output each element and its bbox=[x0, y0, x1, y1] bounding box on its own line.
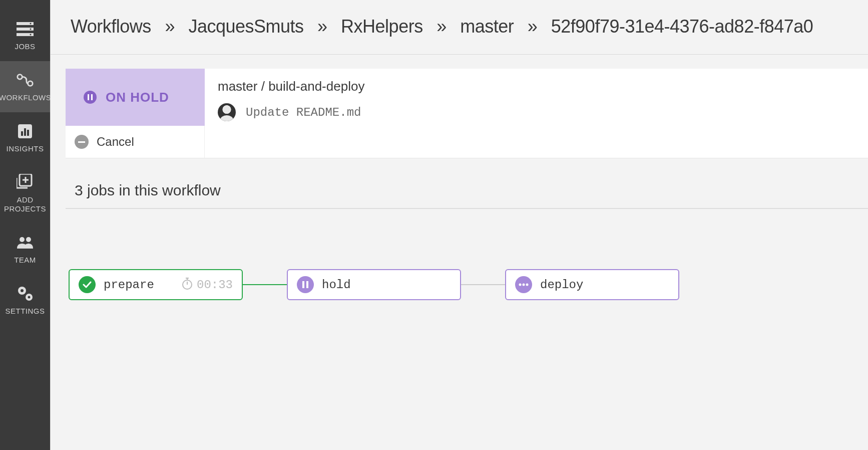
svg-point-16 bbox=[21, 289, 24, 292]
connector bbox=[243, 284, 287, 285]
status-label: ON HOLD bbox=[106, 90, 169, 105]
sidebar-item-jobs[interactable]: JOBS bbox=[0, 10, 50, 61]
pause-icon bbox=[84, 91, 97, 104]
svg-point-7 bbox=[28, 81, 33, 86]
connector bbox=[461, 284, 505, 285]
breadcrumb-separator: » bbox=[437, 16, 447, 37]
svg-rect-9 bbox=[21, 131, 23, 136]
divider bbox=[66, 208, 868, 209]
svg-point-3 bbox=[30, 23, 32, 25]
success-icon bbox=[79, 276, 96, 293]
team-icon bbox=[16, 234, 34, 252]
sidebar-item-settings[interactable]: SETTINGS bbox=[0, 275, 50, 326]
status-badge: ON HOLD bbox=[66, 69, 205, 126]
commit-row: Update README.md bbox=[218, 103, 855, 121]
sidebar-item-label: ADD PROJECTS bbox=[2, 195, 48, 213]
sidebar-item-team[interactable]: TEAM bbox=[0, 223, 50, 275]
status-left-column: ON HOLD Cancel bbox=[66, 69, 205, 158]
stopwatch-icon bbox=[182, 277, 193, 292]
svg-point-5 bbox=[30, 34, 32, 36]
commit-message: Update README.md bbox=[246, 106, 361, 119]
breadcrumb-bar: Workflows » JacquesSmuts » RxHelpers » m… bbox=[51, 0, 868, 55]
add-projects-icon bbox=[16, 173, 34, 191]
workflow-status-card: ON HOLD Cancel master / build-and-deploy… bbox=[66, 69, 868, 158]
job-node-hold[interactable]: hold bbox=[287, 269, 461, 300]
workflow-graph: prepare 00:33 bbox=[66, 269, 868, 300]
insights-icon bbox=[16, 122, 34, 140]
sidebar-item-label: WORKFLOWS bbox=[0, 93, 51, 102]
breadcrumb-separator: » bbox=[528, 16, 538, 37]
svg-rect-19 bbox=[88, 94, 89, 100]
breadcrumb-separator: » bbox=[317, 16, 327, 37]
job-name: hold bbox=[322, 278, 451, 292]
breadcrumb-item[interactable]: 52f90f79-31e4-4376-ad82-f847a0 bbox=[551, 16, 813, 37]
svg-point-18 bbox=[28, 296, 31, 299]
sidebar-item-label: SETTINGS bbox=[5, 307, 45, 316]
svg-point-14 bbox=[26, 237, 31, 242]
job-node-deploy[interactable]: deploy bbox=[505, 269, 679, 300]
svg-point-6 bbox=[18, 75, 22, 79]
job-node-prepare[interactable]: prepare 00:33 bbox=[69, 269, 243, 300]
svg-point-13 bbox=[20, 237, 25, 242]
cancel-icon bbox=[75, 135, 89, 149]
sidebar-item-label: JOBS bbox=[15, 42, 35, 51]
job-duration-wrap: 00:33 bbox=[182, 277, 233, 292]
job-name: prepare bbox=[104, 278, 174, 292]
job-name: deploy bbox=[540, 278, 669, 292]
cancel-button[interactable]: Cancel bbox=[66, 126, 205, 158]
breadcrumb-item[interactable]: JacquesSmuts bbox=[188, 16, 303, 37]
job-duration: 00:33 bbox=[197, 278, 233, 292]
svg-rect-23 bbox=[302, 281, 304, 288]
content-area: ON HOLD Cancel master / build-and-deploy… bbox=[51, 55, 868, 300]
svg-point-25 bbox=[519, 284, 522, 286]
svg-rect-11 bbox=[27, 130, 29, 136]
svg-point-26 bbox=[523, 284, 525, 286]
sidebar-item-insights[interactable]: INSIGHTS bbox=[0, 112, 50, 163]
breadcrumb-item[interactable]: master bbox=[460, 16, 514, 37]
workflows-icon bbox=[16, 71, 34, 89]
svg-point-4 bbox=[30, 29, 32, 30]
svg-rect-21 bbox=[78, 141, 85, 143]
main-content: Workflows » JacquesSmuts » RxHelpers » m… bbox=[50, 0, 868, 450]
svg-rect-10 bbox=[24, 128, 26, 136]
svg-rect-20 bbox=[91, 94, 93, 100]
jobs-icon bbox=[16, 20, 34, 38]
sidebar-item-add-projects[interactable]: ADD PROJECTS bbox=[0, 163, 50, 223]
settings-icon bbox=[16, 285, 34, 303]
avatar bbox=[218, 103, 236, 121]
pause-icon bbox=[297, 276, 314, 293]
workflow-title: master / build-and-deploy bbox=[218, 79, 855, 94]
svg-rect-24 bbox=[306, 281, 308, 288]
jobs-count-heading: 3 jobs in this workflow bbox=[66, 182, 868, 199]
svg-point-27 bbox=[526, 284, 529, 286]
cancel-label: Cancel bbox=[97, 135, 134, 149]
sidebar-item-label: INSIGHTS bbox=[7, 144, 44, 153]
breadcrumb-separator: » bbox=[165, 16, 175, 37]
sidebar-item-workflows[interactable]: WORKFLOWS bbox=[0, 61, 50, 112]
status-right-column: master / build-and-deploy Update README.… bbox=[205, 69, 868, 158]
breadcrumb: Workflows » JacquesSmuts » RxHelpers » m… bbox=[71, 16, 813, 37]
pending-icon bbox=[515, 276, 532, 293]
breadcrumb-item[interactable]: Workflows bbox=[71, 16, 151, 37]
sidebar: JOBS WORKFLOWS INSIGHTS bbox=[0, 0, 50, 450]
breadcrumb-item[interactable]: RxHelpers bbox=[341, 16, 423, 37]
sidebar-item-label: TEAM bbox=[14, 256, 36, 265]
